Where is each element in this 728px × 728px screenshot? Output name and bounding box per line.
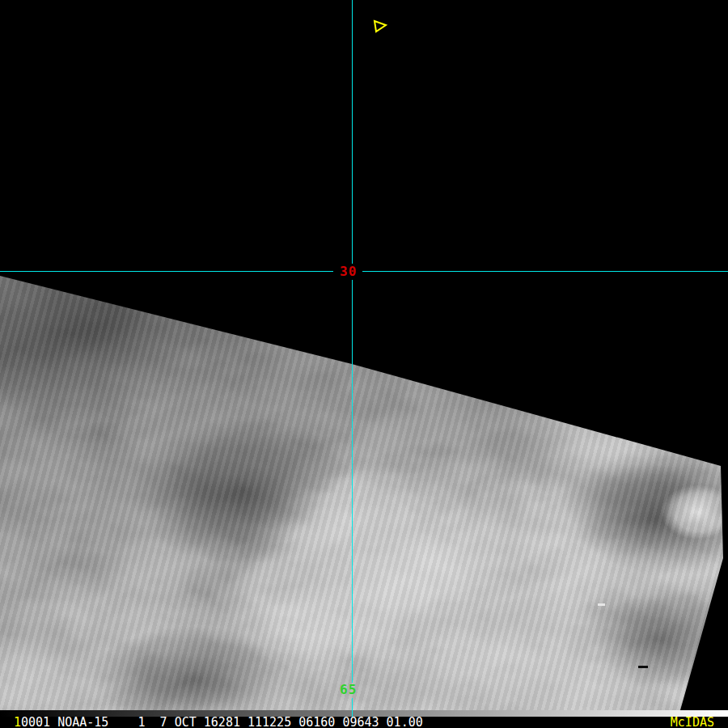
status-bar: 10001 NOAA-15 1 7 OCT 16281 111225 06160… bbox=[0, 717, 728, 728]
scanline-striping bbox=[0, 276, 728, 710]
image-value-label: 65 bbox=[340, 684, 357, 696]
frame-number: 1 bbox=[14, 715, 21, 728]
satellite-image[interactable] bbox=[0, 276, 728, 710]
longitude-line-bottom bbox=[352, 698, 353, 717]
cursor-pointer-icon[interactable] bbox=[369, 17, 390, 36]
longitude-line-middle bbox=[352, 280, 353, 683]
latitude-label: 30 bbox=[340, 265, 357, 278]
latitude-line-right bbox=[362, 271, 728, 272]
longitude-line-top bbox=[352, 0, 353, 264]
status-text: 10001 NOAA-15 1 7 OCT 16281 111225 06160… bbox=[14, 717, 423, 728]
latitude-line-left bbox=[0, 271, 333, 272]
image-speck-light bbox=[598, 603, 605, 606]
image-speck-dark bbox=[638, 666, 648, 668]
image-info-text: 0001 NOAA-15 1 7 OCT 16281 111225 06160 … bbox=[21, 715, 423, 728]
mcidas-label: McIDAS bbox=[671, 717, 714, 728]
